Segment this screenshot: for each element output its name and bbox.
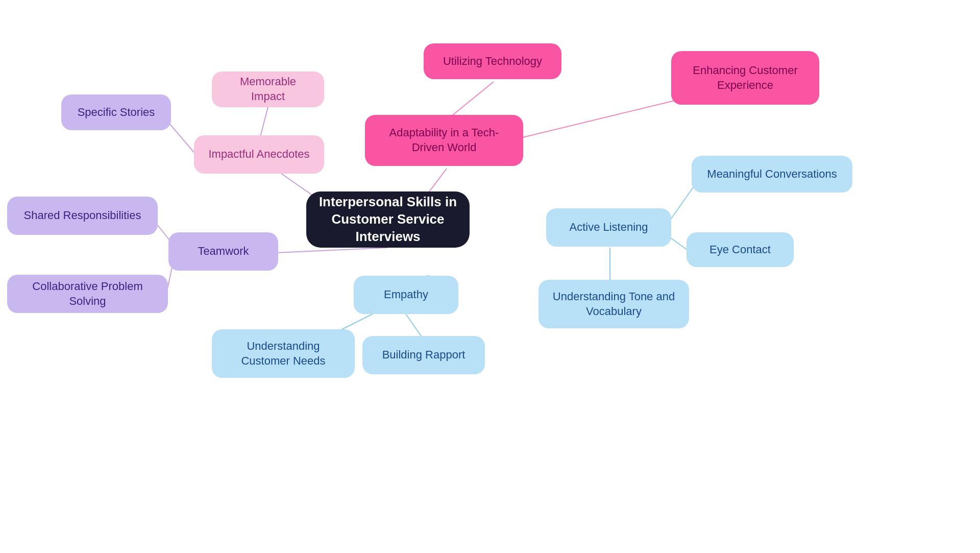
memorable-impact-node: Memorable Impact (212, 71, 324, 107)
adaptability-node: Adaptability in a Tech-Driven World (365, 115, 523, 166)
understanding-tone-node: Understanding Tone and Vocabulary (538, 280, 689, 328)
active-listening-node: Active Listening (546, 208, 671, 247)
collaborative-problem-solving-node: Collaborative Problem Solving (7, 275, 168, 313)
specific-stories-node: Specific Stories (61, 94, 171, 130)
svg-line-8 (521, 100, 679, 138)
svg-line-3 (276, 248, 388, 253)
empathy-node: Empathy (354, 276, 458, 314)
eye-contact-node: Eye Contact (687, 232, 794, 267)
center-node: Interpersonal Skills in Customer Service… (306, 191, 470, 248)
impactful-anecdotes-node: Impactful Anecdotes (194, 135, 324, 174)
understanding-customer-needs-node: Understanding Customer Needs (212, 329, 355, 378)
utilizing-technology-node: Utilizing Technology (424, 43, 561, 79)
shared-responsibilities-node: Shared Responsibilities (7, 197, 158, 235)
svg-line-10 (669, 236, 689, 251)
teamwork-node: Teamwork (168, 232, 278, 271)
svg-line-7 (447, 82, 494, 120)
enhancing-cx-node: Enhancing Customer Experience (671, 51, 819, 105)
meaningful-conversations-node: Meaningful Conversations (692, 156, 852, 193)
building-rapport-node: Building Rapport (362, 336, 485, 374)
